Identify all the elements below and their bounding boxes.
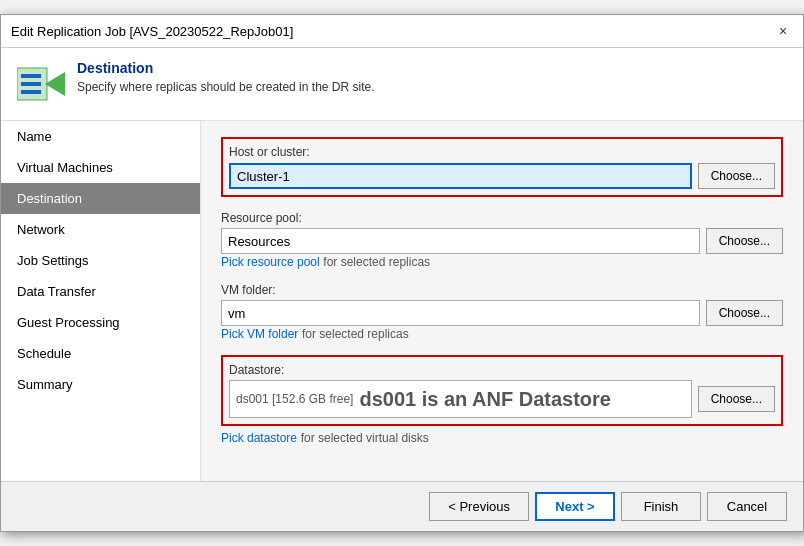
close-button[interactable]: ×: [773, 21, 793, 41]
datastore-label: Datastore:: [229, 363, 775, 377]
resource-pool-description: for selected replicas: [323, 255, 430, 269]
host-cluster-label: Host or cluster:: [229, 145, 775, 159]
sidebar: Name Virtual Machines Destination Networ…: [1, 121, 201, 481]
resource-pool-choose-button[interactable]: Choose...: [706, 228, 783, 254]
destination-icon: [17, 60, 65, 108]
sidebar-item-network[interactable]: Network: [1, 214, 200, 245]
vm-folder-hint: Pick VM folder for selected replicas: [221, 326, 783, 341]
resource-pool-hint: Pick resource pool for selected replicas: [221, 254, 783, 269]
header-text: Destination Specify where replicas shoul…: [77, 60, 375, 94]
vm-folder-row: Choose...: [221, 300, 783, 326]
sidebar-item-virtual-machines[interactable]: Virtual Machines: [1, 152, 200, 183]
header-section: Destination Specify where replicas shoul…: [1, 48, 803, 121]
svg-rect-3: [21, 82, 41, 86]
vm-folder-label: VM folder:: [221, 283, 783, 297]
datastore-row: ds001 [152.6 GB free] ds001 is an ANF Da…: [229, 380, 775, 418]
host-cluster-choose-button[interactable]: Choose...: [698, 163, 775, 189]
previous-button[interactable]: < Previous: [429, 492, 529, 521]
sidebar-item-destination[interactable]: Destination: [1, 183, 200, 214]
title-bar: Edit Replication Job [AVS_20230522_RepJo…: [1, 15, 803, 48]
datastore-value-large: ds001 is an ANF Datastore: [359, 388, 611, 411]
edit-replication-job-dialog: Edit Replication Job [AVS_20230522_RepJo…: [0, 14, 804, 532]
vm-folder-link[interactable]: Pick VM folder: [221, 327, 298, 341]
header-title: Destination: [77, 60, 375, 76]
next-button[interactable]: Next >: [535, 492, 615, 521]
vm-folder-choose-button[interactable]: Choose...: [706, 300, 783, 326]
resource-pool-label: Resource pool:: [221, 211, 783, 225]
datastore-description: for selected virtual disks: [301, 431, 429, 445]
svg-rect-4: [21, 90, 41, 94]
vm-folder-group: VM folder: Choose... Pick VM folder for …: [221, 283, 783, 341]
host-cluster-group: Host or cluster: Choose...: [221, 137, 783, 197]
sidebar-item-schedule[interactable]: Schedule: [1, 338, 200, 369]
sidebar-item-summary[interactable]: Summary: [1, 369, 200, 400]
datastore-choose-button[interactable]: Choose...: [698, 386, 775, 412]
svg-rect-2: [21, 74, 41, 78]
svg-marker-1: [45, 72, 65, 96]
datastore-link[interactable]: Pick datastore: [221, 431, 297, 445]
datastore-field: ds001 [152.6 GB free] ds001 is an ANF Da…: [229, 380, 692, 418]
resource-pool-input[interactable]: [221, 228, 700, 254]
datastore-hint: Pick datastore for selected virtual disk…: [221, 430, 783, 445]
dialog-title: Edit Replication Job [AVS_20230522_RepJo…: [11, 24, 293, 39]
vm-folder-input[interactable]: [221, 300, 700, 326]
host-cluster-input[interactable]: [229, 163, 692, 189]
header-description: Specify where replicas should be created…: [77, 80, 375, 94]
main-content: Host or cluster: Choose... Resource pool…: [201, 121, 803, 481]
cancel-button[interactable]: Cancel: [707, 492, 787, 521]
sidebar-item-guest-processing[interactable]: Guest Processing: [1, 307, 200, 338]
sidebar-item-name[interactable]: Name: [1, 121, 200, 152]
footer: < Previous Next > Finish Cancel: [1, 481, 803, 531]
resource-pool-group: Resource pool: Choose... Pick resource p…: [221, 211, 783, 269]
content-area: Name Virtual Machines Destination Networ…: [1, 121, 803, 481]
resource-pool-row: Choose...: [221, 228, 783, 254]
resource-pool-link[interactable]: Pick resource pool: [221, 255, 320, 269]
host-cluster-row: Choose...: [229, 163, 775, 189]
vm-folder-description: for selected replicas: [302, 327, 409, 341]
finish-button[interactable]: Finish: [621, 492, 701, 521]
datastore-group: Datastore: ds001 [152.6 GB free] ds001 i…: [221, 355, 783, 426]
sidebar-item-data-transfer[interactable]: Data Transfer: [1, 276, 200, 307]
datastore-value-small: ds001 [152.6 GB free]: [236, 392, 353, 406]
sidebar-item-job-settings[interactable]: Job Settings: [1, 245, 200, 276]
